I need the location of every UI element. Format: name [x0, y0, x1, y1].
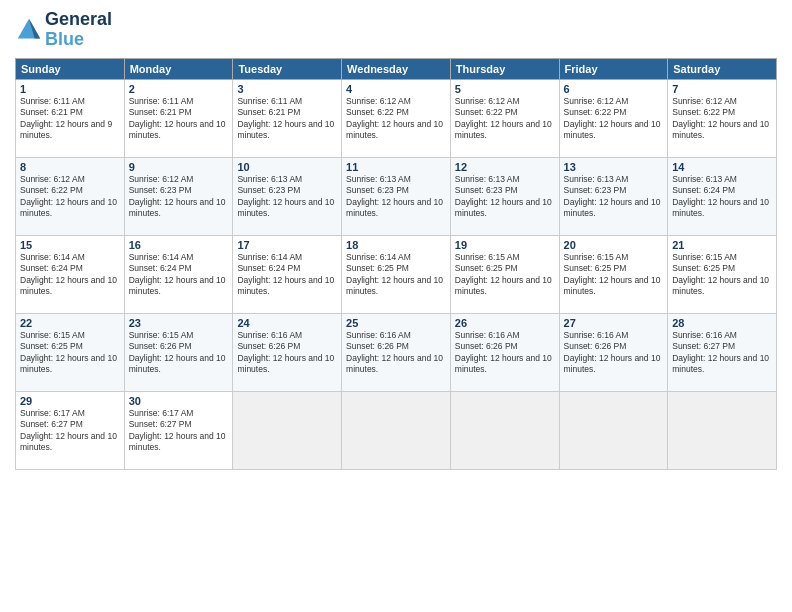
day-number: 4: [346, 83, 446, 95]
day-number: 13: [564, 161, 664, 173]
calendar-cell: 5Sunrise: 6:12 AMSunset: 6:22 PMDaylight…: [450, 79, 559, 157]
day-info: Sunrise: 6:13 AMSunset: 6:23 PMDaylight:…: [237, 174, 337, 220]
calendar-cell: 12Sunrise: 6:13 AMSunset: 6:23 PMDayligh…: [450, 157, 559, 235]
day-info: Sunrise: 6:11 AMSunset: 6:21 PMDaylight:…: [237, 96, 337, 142]
day-info: Sunrise: 6:17 AMSunset: 6:27 PMDaylight:…: [129, 408, 229, 454]
calendar-cell: 21Sunrise: 6:15 AMSunset: 6:25 PMDayligh…: [668, 235, 777, 313]
logo: General Blue: [15, 10, 112, 50]
day-info: Sunrise: 6:15 AMSunset: 6:25 PMDaylight:…: [20, 330, 120, 376]
day-info: Sunrise: 6:12 AMSunset: 6:22 PMDaylight:…: [20, 174, 120, 220]
day-number: 15: [20, 239, 120, 251]
calendar-cell: 15Sunrise: 6:14 AMSunset: 6:24 PMDayligh…: [16, 235, 125, 313]
calendar-cell: 19Sunrise: 6:15 AMSunset: 6:25 PMDayligh…: [450, 235, 559, 313]
day-number: 3: [237, 83, 337, 95]
day-number: 14: [672, 161, 772, 173]
calendar-week-row: 1Sunrise: 6:11 AMSunset: 6:21 PMDaylight…: [16, 79, 777, 157]
page: General Blue SundayMondayTuesdayWednesda…: [0, 0, 792, 612]
day-number: 10: [237, 161, 337, 173]
calendar-cell: [668, 391, 777, 469]
day-info: Sunrise: 6:14 AMSunset: 6:25 PMDaylight:…: [346, 252, 446, 298]
day-info: Sunrise: 6:16 AMSunset: 6:26 PMDaylight:…: [237, 330, 337, 376]
calendar-day-header: Tuesday: [233, 58, 342, 79]
calendar-cell: 9Sunrise: 6:12 AMSunset: 6:23 PMDaylight…: [124, 157, 233, 235]
day-number: 8: [20, 161, 120, 173]
day-number: 17: [237, 239, 337, 251]
calendar-table: SundayMondayTuesdayWednesdayThursdayFrid…: [15, 58, 777, 470]
day-number: 22: [20, 317, 120, 329]
calendar-week-row: 22Sunrise: 6:15 AMSunset: 6:25 PMDayligh…: [16, 313, 777, 391]
day-number: 27: [564, 317, 664, 329]
day-number: 9: [129, 161, 229, 173]
calendar-cell: 23Sunrise: 6:15 AMSunset: 6:26 PMDayligh…: [124, 313, 233, 391]
day-info: Sunrise: 6:14 AMSunset: 6:24 PMDaylight:…: [129, 252, 229, 298]
day-number: 1: [20, 83, 120, 95]
day-info: Sunrise: 6:15 AMSunset: 6:25 PMDaylight:…: [564, 252, 664, 298]
day-info: Sunrise: 6:11 AMSunset: 6:21 PMDaylight:…: [129, 96, 229, 142]
day-info: Sunrise: 6:13 AMSunset: 6:24 PMDaylight:…: [672, 174, 772, 220]
day-number: 23: [129, 317, 229, 329]
day-info: Sunrise: 6:13 AMSunset: 6:23 PMDaylight:…: [564, 174, 664, 220]
calendar-week-row: 29Sunrise: 6:17 AMSunset: 6:27 PMDayligh…: [16, 391, 777, 469]
day-info: Sunrise: 6:15 AMSunset: 6:26 PMDaylight:…: [129, 330, 229, 376]
calendar-cell: 25Sunrise: 6:16 AMSunset: 6:26 PMDayligh…: [342, 313, 451, 391]
calendar-cell: [342, 391, 451, 469]
calendar-day-header: Saturday: [668, 58, 777, 79]
day-number: 5: [455, 83, 555, 95]
day-info: Sunrise: 6:14 AMSunset: 6:24 PMDaylight:…: [237, 252, 337, 298]
calendar-cell: 27Sunrise: 6:16 AMSunset: 6:26 PMDayligh…: [559, 313, 668, 391]
calendar-cell: 13Sunrise: 6:13 AMSunset: 6:23 PMDayligh…: [559, 157, 668, 235]
day-number: 28: [672, 317, 772, 329]
day-info: Sunrise: 6:11 AMSunset: 6:21 PMDaylight:…: [20, 96, 120, 142]
day-info: Sunrise: 6:16 AMSunset: 6:26 PMDaylight:…: [564, 330, 664, 376]
day-number: 20: [564, 239, 664, 251]
calendar-cell: 2Sunrise: 6:11 AMSunset: 6:21 PMDaylight…: [124, 79, 233, 157]
calendar-cell: 20Sunrise: 6:15 AMSunset: 6:25 PMDayligh…: [559, 235, 668, 313]
calendar-cell: 8Sunrise: 6:12 AMSunset: 6:22 PMDaylight…: [16, 157, 125, 235]
calendar-cell: 17Sunrise: 6:14 AMSunset: 6:24 PMDayligh…: [233, 235, 342, 313]
calendar-cell: [233, 391, 342, 469]
calendar-cell: 16Sunrise: 6:14 AMSunset: 6:24 PMDayligh…: [124, 235, 233, 313]
calendar-week-row: 15Sunrise: 6:14 AMSunset: 6:24 PMDayligh…: [16, 235, 777, 313]
day-info: Sunrise: 6:14 AMSunset: 6:24 PMDaylight:…: [20, 252, 120, 298]
calendar-day-header: Monday: [124, 58, 233, 79]
calendar-cell: 4Sunrise: 6:12 AMSunset: 6:22 PMDaylight…: [342, 79, 451, 157]
day-number: 18: [346, 239, 446, 251]
day-info: Sunrise: 6:15 AMSunset: 6:25 PMDaylight:…: [455, 252, 555, 298]
calendar-cell: 1Sunrise: 6:11 AMSunset: 6:21 PMDaylight…: [16, 79, 125, 157]
calendar-cell: 18Sunrise: 6:14 AMSunset: 6:25 PMDayligh…: [342, 235, 451, 313]
day-number: 21: [672, 239, 772, 251]
calendar-cell: 24Sunrise: 6:16 AMSunset: 6:26 PMDayligh…: [233, 313, 342, 391]
day-info: Sunrise: 6:16 AMSunset: 6:26 PMDaylight:…: [346, 330, 446, 376]
day-number: 25: [346, 317, 446, 329]
day-number: 29: [20, 395, 120, 407]
calendar-cell: [450, 391, 559, 469]
day-number: 12: [455, 161, 555, 173]
calendar-cell: 28Sunrise: 6:16 AMSunset: 6:27 PMDayligh…: [668, 313, 777, 391]
day-info: Sunrise: 6:12 AMSunset: 6:22 PMDaylight:…: [455, 96, 555, 142]
calendar-cell: 26Sunrise: 6:16 AMSunset: 6:26 PMDayligh…: [450, 313, 559, 391]
calendar-header-row: SundayMondayTuesdayWednesdayThursdayFrid…: [16, 58, 777, 79]
day-number: 2: [129, 83, 229, 95]
calendar-day-header: Sunday: [16, 58, 125, 79]
calendar-cell: 11Sunrise: 6:13 AMSunset: 6:23 PMDayligh…: [342, 157, 451, 235]
day-number: 24: [237, 317, 337, 329]
calendar-cell: 14Sunrise: 6:13 AMSunset: 6:24 PMDayligh…: [668, 157, 777, 235]
calendar-cell: 3Sunrise: 6:11 AMSunset: 6:21 PMDaylight…: [233, 79, 342, 157]
calendar-cell: 22Sunrise: 6:15 AMSunset: 6:25 PMDayligh…: [16, 313, 125, 391]
day-number: 26: [455, 317, 555, 329]
day-info: Sunrise: 6:15 AMSunset: 6:25 PMDaylight:…: [672, 252, 772, 298]
day-number: 11: [346, 161, 446, 173]
logo-text: General Blue: [45, 10, 112, 50]
logo-icon: [15, 16, 43, 44]
calendar-cell: [559, 391, 668, 469]
day-info: Sunrise: 6:13 AMSunset: 6:23 PMDaylight:…: [346, 174, 446, 220]
day-number: 16: [129, 239, 229, 251]
day-info: Sunrise: 6:12 AMSunset: 6:23 PMDaylight:…: [129, 174, 229, 220]
calendar-cell: 30Sunrise: 6:17 AMSunset: 6:27 PMDayligh…: [124, 391, 233, 469]
day-info: Sunrise: 6:16 AMSunset: 6:26 PMDaylight:…: [455, 330, 555, 376]
calendar-day-header: Wednesday: [342, 58, 451, 79]
day-info: Sunrise: 6:17 AMSunset: 6:27 PMDaylight:…: [20, 408, 120, 454]
calendar-day-header: Thursday: [450, 58, 559, 79]
day-info: Sunrise: 6:12 AMSunset: 6:22 PMDaylight:…: [672, 96, 772, 142]
calendar-day-header: Friday: [559, 58, 668, 79]
